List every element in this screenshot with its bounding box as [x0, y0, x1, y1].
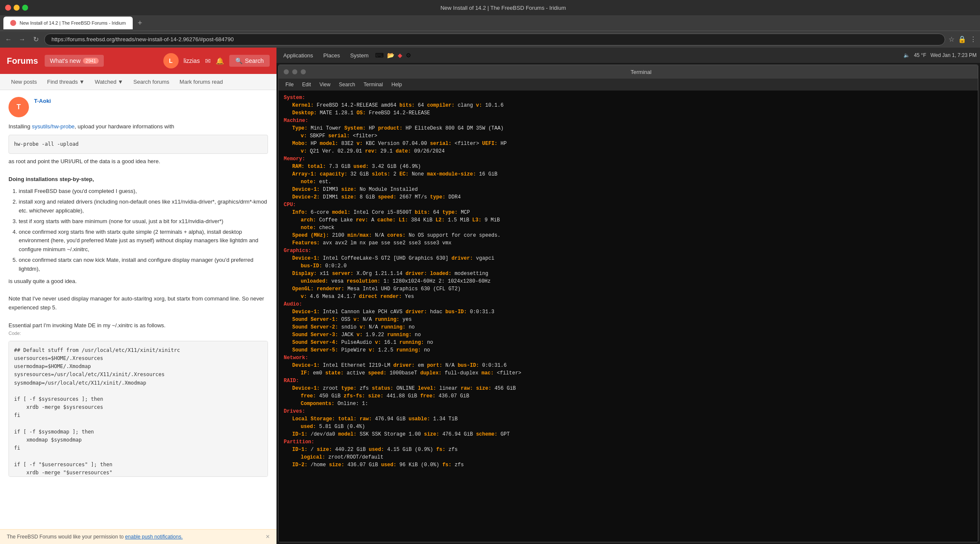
- notification-link[interactable]: enable push notifications.: [125, 534, 182, 540]
- close-window-button[interactable]: [5, 5, 11, 11]
- term-sound2: Sound Server-2: sndio v: N/A running: no: [284, 323, 973, 331]
- address-icons: ☆ 🔒 ⋮: [949, 35, 977, 43]
- terminal-body[interactable]: System: Kernel: FreeBSD 14.2-RELEASE amd…: [279, 91, 978, 542]
- term-menu-terminal[interactable]: Terminal: [360, 80, 386, 89]
- system-menu[interactable]: System: [347, 51, 372, 60]
- term-cpu-info: Info: 6-core model: Intel Core i5-8500T …: [284, 209, 973, 216]
- refresh-button[interactable]: ↻: [31, 34, 41, 45]
- term-opengl: OpenGL: renderer: Mesa Intel UHD Graphic…: [284, 285, 973, 293]
- step-5: once confirmed startx can now kick Mate,…: [19, 256, 268, 274]
- bell-icon[interactable]: 🔔: [216, 57, 224, 65]
- mail-icon[interactable]: ✉: [205, 57, 211, 65]
- tab-bar: New Install of 14.2 | The FreeBSD Forums…: [0, 15, 980, 31]
- term-p1-logical: logical: zroot/ROOT/default: [284, 453, 973, 461]
- term-cpu-speed: Speed (MHz): 2100 min/max: N/A cores: No…: [284, 232, 973, 239]
- term-mobo: Mobo: HP model: 83E2 v: KBC Version 07.0…: [284, 140, 973, 147]
- term-menu-help[interactable]: Help: [388, 80, 405, 89]
- term-menu-edit[interactable]: Edit: [299, 80, 314, 89]
- user-avatar[interactable]: L: [163, 53, 179, 68]
- post-heading-2: Doing installations step-by-step,: [9, 175, 268, 184]
- code-content: ## Default stuff from /usr/local/etc/X11…: [14, 346, 262, 477]
- term-gbus: bus-ID: 0:0:2.0: [284, 262, 973, 270]
- term-max-btn[interactable]: [301, 69, 306, 74]
- post-avatar[interactable]: T: [9, 97, 29, 117]
- code-block[interactable]: ## Default stuff from /usr/local/etc/X11…: [9, 341, 268, 477]
- term-kernel: Kernel: FreeBSD 14.2-RELEASE amd64 bits:…: [284, 102, 973, 109]
- terminal-titlebar: Terminal: [279, 65, 978, 79]
- post-username[interactable]: T-Aoki: [34, 98, 51, 104]
- notification-static-text: The FreeBSD Forums would like your permi…: [7, 534, 124, 540]
- user-area: L lizzias ✉ 🔔 🔍 Search: [163, 53, 270, 68]
- term-cpu-arch: arch: Coffee Lake rev: A cache: L1: 384 …: [284, 216, 973, 224]
- term-menu-search[interactable]: Search: [336, 80, 359, 89]
- address-input[interactable]: [44, 34, 945, 45]
- terminal-panel: Applications Places System ⌨ 📂 ◆ ⚙ 🔈 45 …: [276, 48, 980, 544]
- terminal-title: Terminal: [309, 69, 973, 75]
- step-3: test if xorg starts with bare minimum (n…: [19, 217, 268, 226]
- term-ram: RAM: total: 7.3 GiB used: 3.42 GiB (46.9…: [284, 163, 973, 170]
- term-close-btn[interactable]: [284, 69, 289, 74]
- terminal-window: Terminal File Edit View Search Terminal …: [278, 65, 978, 542]
- minimize-window-button[interactable]: [14, 5, 20, 11]
- forums-logo[interactable]: Forums: [7, 56, 38, 66]
- maximize-window-button[interactable]: [22, 5, 28, 11]
- mark-forums-read-link[interactable]: Mark forums read: [175, 75, 227, 88]
- applications-menu[interactable]: Applications: [280, 51, 316, 60]
- new-tab-button[interactable]: +: [134, 19, 146, 28]
- term-audio-label: Audio:: [284, 300, 973, 308]
- active-tab[interactable]: New Install of 14.2 | The FreeBSD Forums…: [3, 17, 133, 29]
- watched-chevron: ▼: [118, 79, 123, 85]
- volume-icon[interactable]: 🔈: [903, 52, 910, 58]
- tab-label: New Install of 14.2 | The FreeBSD Forums…: [20, 20, 126, 26]
- term-type: Type: Mini Tower System: HP product: HP …: [284, 125, 973, 132]
- file-manager-icon[interactable]: 📂: [387, 52, 394, 59]
- step-1: install FreeBSD base (you'd completed I …: [19, 187, 268, 196]
- watched-dropdown[interactable]: Watched ▼: [91, 75, 128, 88]
- whats-new-label: What's new: [50, 57, 80, 64]
- places-menu[interactable]: Places: [320, 51, 343, 60]
- notification-bar: The FreeBSD Forums would like your permi…: [0, 529, 276, 544]
- bookmark-icon[interactable]: ☆: [949, 35, 954, 43]
- term-ndevice1: Device-1: Intel Ethernet I219-LM driver:…: [284, 362, 973, 369]
- term-display: Display: x11 server: X.Org 1.21.1.14 dri…: [284, 270, 973, 278]
- term-menu-file[interactable]: File: [282, 80, 297, 89]
- title-bar: New Install of 14.2 | The FreeBSD Forums…: [0, 0, 980, 15]
- post-content: T T-Aoki Installing sysutils/hw-probe, u…: [0, 90, 276, 529]
- post-text-1: as root and point the URI/URL of the dat…: [9, 157, 268, 166]
- term-p2: ID-2: /home size: 436.07 GiB used: 96 Ki…: [284, 461, 973, 469]
- settings-icon[interactable]: ⚙: [406, 52, 411, 59]
- find-threads-dropdown[interactable]: Find threads ▼: [43, 75, 89, 88]
- whats-new-button[interactable]: What's new 2941: [45, 55, 103, 67]
- term-rfree: free: 450 GiB zfs-fs: size: 441.88 GiB f…: [284, 392, 973, 400]
- term-menu-view[interactable]: View: [316, 80, 334, 89]
- step-4: once confirmed xorg starts fine with sta…: [19, 228, 268, 254]
- new-posts-link[interactable]: New posts: [7, 75, 41, 88]
- back-button[interactable]: ←: [3, 34, 14, 45]
- username-label[interactable]: lizzias: [184, 57, 200, 64]
- browser-chrome: New Install of 14.2 | The FreeBSD Forums…: [0, 0, 980, 48]
- more-icon[interactable]: ⋮: [970, 35, 977, 43]
- term-min-btn[interactable]: [292, 69, 297, 74]
- term-p1: ID-1: / size: 440.22 GiB used: 4.15 GiB …: [284, 446, 973, 453]
- term-machine-label: Machine:: [284, 117, 973, 125]
- term-sound3: Sound Server-3: JACK v: 1.9.22 running: …: [284, 331, 973, 339]
- term-device1-mem: Device-1: DIMM3 size: No Module Installe…: [284, 186, 973, 193]
- term-network-label: Network:: [284, 354, 973, 362]
- find-threads-chevron: ▼: [79, 79, 85, 85]
- term-graphics-label: Graphics:: [284, 247, 973, 255]
- desktop-taskbar: Applications Places System ⌨ 📂 ◆ ⚙ 🔈 45 …: [276, 48, 980, 63]
- address-bar: ← → ↻ ☆ 🔒 ⋮: [0, 31, 980, 48]
- term-rcomp: Components: Online: 1:: [284, 400, 973, 408]
- search-forums-link[interactable]: Search forums: [129, 75, 174, 88]
- notification-close-button[interactable]: ×: [266, 533, 270, 541]
- shield-icon[interactable]: 🔒: [958, 35, 966, 43]
- hw-probe-link[interactable]: sysutils/hw-probe: [32, 123, 74, 130]
- term-rdevice1: Device-1: zroot type: zfs status: ONLINE…: [284, 385, 973, 392]
- window-title: New Install of 14.2 | The FreeBSD Forums…: [31, 5, 975, 11]
- term-cpu-note: note: check: [284, 224, 973, 232]
- terminal-taskbar-icon[interactable]: ⌨: [375, 52, 384, 59]
- search-button[interactable]: 🔍 Search: [229, 55, 270, 67]
- taskbar-right: 🔈 45 °F Wed Jan 1, 7:23 PM: [903, 52, 977, 58]
- forward-button[interactable]: →: [17, 34, 27, 45]
- browser-taskbar-icon[interactable]: ◆: [398, 52, 402, 59]
